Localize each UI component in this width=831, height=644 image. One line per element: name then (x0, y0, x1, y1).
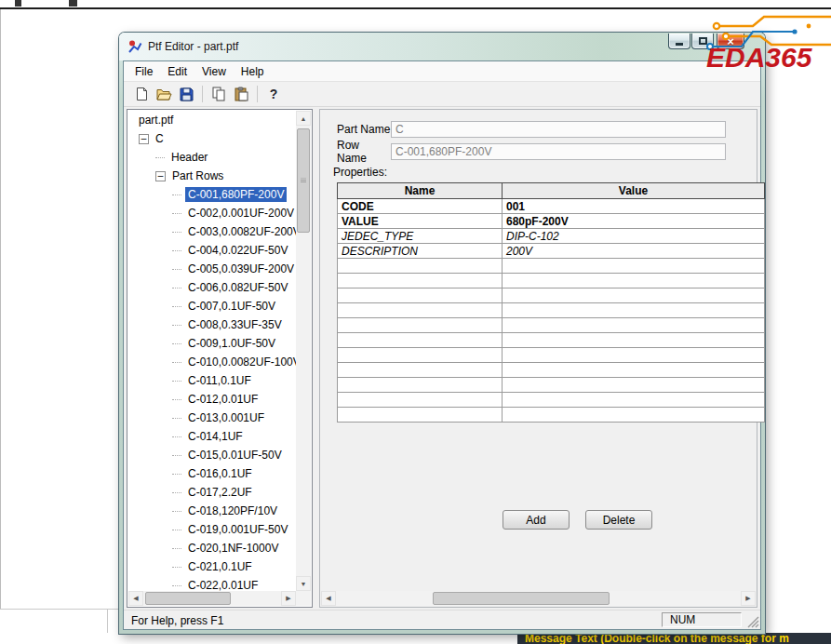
property-cell[interactable]: 001 (503, 199, 765, 214)
property-cell[interactable] (338, 303, 503, 318)
property-row[interactable] (338, 378, 765, 393)
property-cell[interactable] (338, 333, 503, 348)
property-row[interactable]: VALUE680pF-200V (338, 214, 765, 229)
property-cell[interactable] (503, 333, 765, 348)
property-cell[interactable] (503, 288, 765, 303)
property-row[interactable] (338, 318, 765, 333)
property-cell[interactable]: JEDEC_TYPE (338, 229, 503, 244)
scroll-right-icon[interactable]: ▶ (741, 591, 756, 606)
property-cell[interactable] (338, 393, 503, 408)
tree-item[interactable]: Header (128, 148, 296, 167)
property-row[interactable]: DESCRIPTION200V (338, 244, 765, 259)
property-cell[interactable] (338, 378, 503, 393)
tree-horizontal-scrollbar[interactable]: ◀ ▶ (128, 591, 296, 606)
property-cell[interactable] (338, 408, 503, 423)
tree-item[interactable]: C-005,0.039UF-200V (128, 260, 296, 278)
tree-item[interactable]: C-010,0.0082UF-100V (128, 353, 296, 371)
scroll-left-icon[interactable]: ◀ (321, 591, 336, 606)
property-cell[interactable] (338, 363, 503, 378)
tree-item[interactable]: C-001,680PF-200V (128, 185, 296, 204)
property-cell[interactable] (338, 288, 503, 303)
tree-item[interactable]: C-002,0.001UF-200V (128, 204, 296, 222)
tree-item[interactable]: C-022,0.01UF (128, 576, 296, 591)
property-cell[interactable]: DIP-C-102 (503, 229, 765, 244)
property-row[interactable] (338, 363, 765, 378)
close-button[interactable]: × (717, 34, 744, 49)
tree-item[interactable]: C-004,0.022UF-50V (128, 241, 296, 260)
save-button[interactable] (175, 84, 197, 104)
open-file-button[interactable] (153, 84, 175, 104)
tree-item[interactable]: part.ptf (128, 111, 296, 129)
tree-item[interactable]: C-007,0.1UF-50V (128, 297, 296, 315)
horizontal-scrollbar-thumb[interactable] (433, 592, 610, 605)
property-cell[interactable] (338, 348, 503, 363)
panel-horizontal-scrollbar[interactable]: ◀ ▶ (321, 591, 756, 606)
tree-item[interactable]: C-009,1.0UF-50V (128, 334, 296, 353)
property-cell[interactable]: CODE (338, 199, 503, 214)
property-row[interactable]: JEDEC_TYPEDIP-C-102 (338, 229, 765, 244)
tree-item[interactable]: C-014,1UF (128, 427, 296, 446)
tree-item[interactable]: C-021,0.1UF (128, 557, 296, 576)
property-cell[interactable] (503, 393, 765, 408)
property-row[interactable]: CODE001 (338, 199, 765, 214)
menu-help[interactable]: Help (234, 63, 272, 80)
property-cell[interactable]: 200V (503, 244, 765, 259)
property-row[interactable] (338, 288, 765, 303)
scroll-down-icon[interactable]: ▼ (296, 576, 311, 591)
tree-item[interactable]: C-019,0.001UF-50V (128, 520, 296, 539)
column-header-name[interactable]: Name (338, 183, 503, 199)
property-cell[interactable] (503, 274, 765, 288)
property-row[interactable] (338, 303, 765, 318)
window-titlebar[interactable]: Ptf Editor - part.ptf × (119, 33, 765, 60)
tree-item[interactable]: C-006,0.082UF-50V (128, 278, 296, 297)
property-cell[interactable] (503, 318, 765, 333)
property-cell[interactable] (503, 348, 765, 363)
tree-vertical-scrollbar[interactable]: ▲ ▼ (296, 111, 311, 591)
property-cell[interactable] (503, 259, 765, 274)
tree-item[interactable]: C-015,0.01UF-50V (128, 446, 296, 464)
property-row[interactable] (338, 259, 765, 274)
tree-item[interactable]: C-012,0.01UF (128, 390, 296, 409)
tree-item[interactable]: C-018,120PF/10V (128, 502, 296, 520)
help-button[interactable]: ? (262, 84, 285, 104)
tree-item[interactable]: C-017,2.2UF (128, 483, 296, 502)
property-cell[interactable]: VALUE (338, 214, 503, 229)
property-cell[interactable] (338, 259, 503, 274)
property-cell[interactable] (338, 274, 503, 288)
tree-item[interactable]: C-008,0.33UF-35V (128, 315, 296, 334)
delete-button[interactable]: Delete (585, 510, 652, 530)
tree-item[interactable]: −Part Rows (128, 167, 296, 185)
scroll-right-icon[interactable]: ▶ (281, 591, 296, 606)
minimize-button[interactable] (668, 34, 690, 49)
menu-view[interactable]: View (194, 63, 234, 80)
column-header-value[interactable]: Value (503, 183, 765, 199)
property-cell[interactable]: 680pF-200V (503, 214, 765, 229)
property-cell[interactable] (338, 318, 503, 333)
row-name-field[interactable]: C-001,680PF-200V (391, 143, 726, 160)
property-row[interactable] (338, 393, 765, 408)
tree-collapse-icon[interactable]: − (139, 134, 149, 144)
tree-item[interactable]: C-016,0.1UF (128, 464, 296, 483)
tree-item[interactable]: C-011,0.1UF (128, 371, 296, 390)
scroll-left-icon[interactable]: ◀ (128, 591, 143, 606)
resize-grip[interactable] (746, 615, 759, 628)
tree-item[interactable]: C-020,1NF-1000V (128, 539, 296, 557)
property-cell[interactable] (503, 303, 765, 318)
tree-collapse-icon[interactable]: − (155, 171, 166, 181)
property-cell[interactable] (503, 408, 765, 423)
property-cell[interactable] (503, 363, 765, 378)
part-name-field[interactable]: C (391, 121, 726, 138)
copy-button[interactable] (208, 84, 230, 104)
property-cell[interactable]: DESCRIPTION (338, 244, 503, 259)
tree-item[interactable]: C-003,0.0082UF-200V (128, 222, 296, 241)
new-file-button[interactable] (130, 84, 153, 104)
property-cell[interactable] (503, 378, 765, 393)
menu-file[interactable]: File (127, 63, 160, 80)
property-row[interactable] (338, 333, 765, 348)
property-row[interactable] (338, 348, 765, 363)
scroll-up-icon[interactable]: ▲ (296, 111, 311, 126)
property-row[interactable] (338, 408, 765, 423)
maximize-button[interactable] (691, 34, 714, 49)
tree-item[interactable]: −C (128, 129, 296, 148)
paste-button[interactable] (230, 84, 252, 104)
